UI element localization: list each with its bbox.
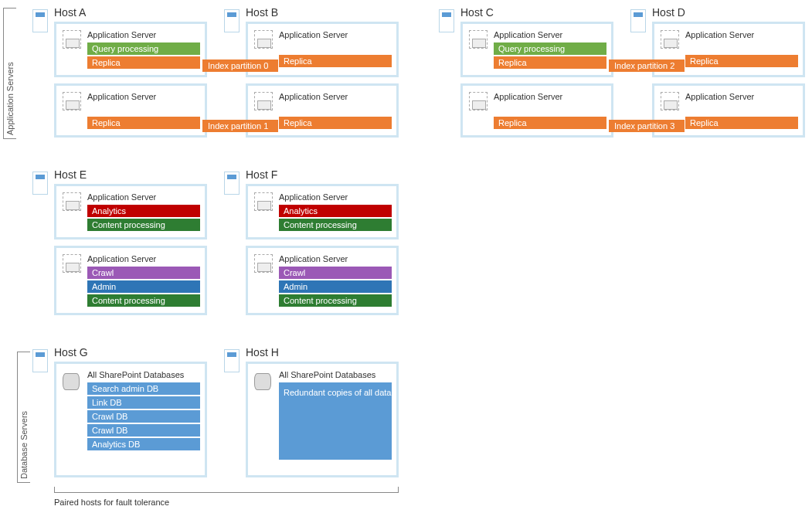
role-replica: Replica	[685, 117, 798, 129]
pair-caption: Paired hosts for fault tolerance	[54, 498, 169, 507]
host-e-title: Host E	[54, 168, 87, 181]
host-g-title: Host G	[54, 346, 88, 358]
host-f-panel-2: Application Server Crawl Admin Content p…	[246, 246, 399, 315]
db-crawl-1: Crawl DB	[87, 410, 200, 423]
server-icon	[63, 92, 81, 110]
index-partition-2: Index partition 2	[611, 59, 682, 72]
server-icon	[63, 254, 81, 273]
app-server-label: Application Server	[279, 192, 392, 202]
role-replica: Replica	[279, 117, 392, 129]
app-server-label: Application Server	[87, 30, 200, 39]
app-server-label: Application Server	[494, 30, 606, 39]
role-content-processing: Content processing	[279, 219, 392, 231]
all-db-label: All SharePoint Databases	[87, 370, 200, 379]
index-partition-1: Index partition 1	[205, 120, 276, 132]
host-icon	[32, 349, 48, 372]
host-f-panel-1: Application Server Analytics Content pro…	[246, 184, 399, 240]
database-icon	[63, 370, 80, 393]
server-icon	[469, 92, 488, 110]
db-redundant-desc: Redundant copies of all databases using …	[279, 382, 392, 460]
role-content-processing: Content processing	[87, 219, 200, 231]
app-server-label: Application Server	[87, 192, 200, 202]
index-partition-3: Index partition 3	[611, 120, 682, 132]
server-icon	[661, 30, 679, 49]
host-b-title: Host B	[246, 6, 278, 19]
role-content-processing: Content processing	[87, 294, 200, 307]
host-a-panel-1: Application Server Query processing Repl…	[54, 22, 207, 77]
role-replica: Replica	[685, 55, 798, 67]
host-icon	[32, 9, 48, 32]
role-replica: Replica	[279, 55, 392, 67]
app-server-label: Application Server	[685, 30, 798, 39]
host-f-title: Host F	[246, 168, 277, 181]
db-search-admin: Search admin DB	[87, 382, 200, 395]
server-icon	[254, 254, 273, 273]
host-icon	[224, 9, 240, 32]
role-replica: Replica	[494, 56, 606, 69]
db-link: Link DB	[87, 396, 200, 409]
app-server-label: Application Server	[494, 92, 606, 101]
index-partition-0: Index partition 0	[205, 59, 276, 72]
role-crawl: Crawl	[279, 267, 392, 279]
host-h-title: Host H	[246, 346, 279, 358]
host-e-panel-2: Application Server Crawl Admin Content p…	[54, 246, 207, 315]
host-icon	[439, 9, 454, 32]
host-e-panel-1: Application Server Analytics Content pro…	[54, 184, 207, 240]
host-icon	[630, 9, 646, 32]
role-analytics: Analytics	[87, 205, 200, 217]
host-c-panel-2: Application Server Replica	[460, 83, 613, 138]
role-admin: Admin	[279, 280, 392, 293]
server-icon	[63, 30, 81, 49]
host-c-title: Host C	[460, 6, 494, 19]
host-a-panel-2: Application Server Replica	[54, 83, 207, 138]
host-icon	[224, 349, 240, 372]
database-icon	[254, 370, 271, 393]
db-analytics: Analytics DB	[87, 438, 200, 450]
app-server-label: Application Server	[279, 92, 392, 101]
role-content-processing: Content processing	[279, 294, 392, 307]
all-db-label: All SharePoint Databases	[279, 370, 392, 379]
section-label-app-servers: Application Servers	[3, 8, 16, 139]
role-analytics: Analytics	[279, 205, 392, 217]
app-server-label: Application Server	[87, 92, 200, 101]
section-label-db-servers: Database Servers	[17, 352, 30, 483]
db-crawl-2: Crawl DB	[87, 424, 200, 437]
server-icon	[254, 92, 273, 110]
server-icon	[469, 30, 488, 49]
role-query-processing: Query processing	[87, 42, 200, 55]
host-g-panel: All SharePoint Databases Search admin DB…	[54, 362, 207, 477]
role-crawl: Crawl	[87, 267, 200, 279]
host-icon	[32, 172, 48, 195]
app-server-label: Application Server	[87, 254, 200, 263]
app-server-label: Application Server	[279, 30, 392, 39]
host-icon	[224, 172, 240, 195]
role-admin: Admin	[87, 280, 200, 293]
server-icon	[254, 30, 273, 49]
role-replica: Replica	[87, 56, 200, 69]
host-c-panel-1: Application Server Query processing Repl…	[460, 22, 613, 77]
host-a-title: Host A	[54, 6, 86, 19]
host-d-title: Host D	[652, 6, 685, 19]
app-server-label: Application Server	[279, 254, 392, 263]
pair-bracket	[54, 487, 399, 493]
server-icon	[63, 192, 81, 211]
role-replica: Replica	[494, 117, 606, 129]
role-replica: Replica	[87, 117, 200, 129]
host-h-panel: All SharePoint Databases Redundant copie…	[246, 362, 399, 477]
server-icon	[254, 192, 273, 211]
server-icon	[661, 92, 679, 110]
role-query-processing: Query processing	[494, 42, 606, 55]
app-server-label: Application Server	[685, 92, 798, 101]
